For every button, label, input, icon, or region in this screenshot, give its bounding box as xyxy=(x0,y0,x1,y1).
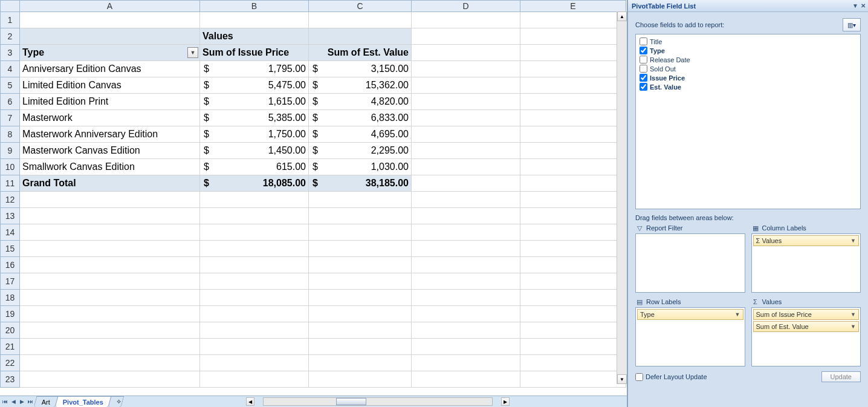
table-row[interactable]: $4,820.00 xyxy=(309,94,412,110)
table-row[interactable]: $2,295.00 xyxy=(309,143,412,159)
grid[interactable]: A B C D E 1 2 Values 3 Type ▼ Sum of Iss… xyxy=(0,0,626,388)
table-row[interactable]: $6,833.00 xyxy=(309,110,412,126)
field-checkbox[interactable] xyxy=(640,37,647,45)
cell-A2[interactable] xyxy=(20,28,200,45)
row-header[interactable]: 20 xyxy=(1,322,20,339)
table-row[interactable]: $1,615.00 xyxy=(200,94,309,110)
values-area[interactable]: Sum of Issue Price▼ Sum of Est. Value▼ xyxy=(751,307,861,366)
chevron-down-icon[interactable]: ▼ xyxy=(850,324,856,330)
table-row[interactable]: Limited Edition Canvas xyxy=(20,77,200,94)
close-icon[interactable]: ✕ xyxy=(861,2,866,9)
row-header[interactable]: 5 xyxy=(1,77,20,94)
cell-A3-type-header[interactable]: Type ▼ xyxy=(20,45,200,61)
defer-layout-checkbox-label[interactable]: Defer Layout Update xyxy=(635,373,707,381)
table-row[interactable]: $1,450.00 xyxy=(200,143,309,159)
defer-layout-checkbox[interactable] xyxy=(635,373,643,381)
row-header[interactable]: 12 xyxy=(1,192,20,208)
row-header[interactable]: 19 xyxy=(1,306,20,322)
row-header[interactable]: 9 xyxy=(1,143,20,159)
grand-total-label[interactable]: Grand Total xyxy=(20,175,200,192)
row-header[interactable]: 22 xyxy=(1,355,20,371)
field-checkbox[interactable] xyxy=(640,65,647,73)
sheet-tab-pivot-tables[interactable]: Pivot_Tables xyxy=(55,396,112,407)
field-list[interactable]: Title Type Release Date Sold Out Issue P… xyxy=(635,34,861,209)
field-checkbox[interactable] xyxy=(640,56,647,63)
field-item-issue-price[interactable]: Issue Price xyxy=(640,73,857,82)
table-row[interactable]: $15,362.00 xyxy=(309,77,412,94)
table-row[interactable]: $4,695.00 xyxy=(309,126,412,143)
row-header[interactable]: 18 xyxy=(1,290,20,306)
table-row[interactable]: $3,150.00 xyxy=(309,61,412,77)
chevron-down-icon[interactable]: ▼ xyxy=(850,311,856,317)
field-item-sold-out[interactable]: Sold Out xyxy=(640,64,857,73)
field-item-est-value[interactable]: Est. Value xyxy=(640,82,857,91)
row-header[interactable]: 7 xyxy=(1,110,20,126)
type-filter-dropdown[interactable]: ▼ xyxy=(187,47,198,58)
row-header[interactable]: 21 xyxy=(1,339,20,355)
field-checkbox[interactable] xyxy=(640,83,647,91)
new-sheet-tab[interactable]: ✧ xyxy=(108,396,125,407)
table-row[interactable]: $615.00 xyxy=(200,159,309,175)
table-row[interactable]: $5,385.00 xyxy=(200,110,309,126)
vertical-scrollbar[interactable]: ▲ ▼ xyxy=(617,11,627,384)
select-all-corner[interactable] xyxy=(1,1,20,12)
row-header[interactable]: 2 xyxy=(1,28,20,45)
tab-last-icon[interactable]: ⏭ xyxy=(27,398,34,405)
cell-C2[interactable] xyxy=(309,28,412,45)
scroll-track[interactable] xyxy=(263,397,493,406)
cell-B2[interactable]: Values xyxy=(200,28,309,45)
field-item-release-date[interactable]: Release Date xyxy=(640,55,857,64)
table-row[interactable]: Anniversary Edition Canvas xyxy=(20,61,200,77)
scroll-thumb[interactable] xyxy=(617,21,627,374)
chip-type[interactable]: Type▼ xyxy=(637,309,743,320)
row-header[interactable]: 3 xyxy=(1,45,20,61)
table-row[interactable]: Limited Edition Print xyxy=(20,94,200,110)
col-header-A[interactable]: A xyxy=(20,1,200,12)
table-row[interactable]: Masterwork Anniversary Edition xyxy=(20,126,200,143)
chip-sum-issue-price[interactable]: Sum of Issue Price▼ xyxy=(753,309,860,320)
chip-sum-est-value[interactable]: Sum of Est. Value▼ xyxy=(753,321,860,332)
table-row[interactable]: Masterwork Canvas Edition xyxy=(20,143,200,159)
pane-title-bar[interactable]: PivotTable Field List ▼ ✕ xyxy=(628,0,868,12)
row-header[interactable]: 14 xyxy=(1,224,20,241)
field-item-title[interactable]: Title xyxy=(640,37,857,46)
row-labels-area[interactable]: Type▼ xyxy=(635,307,745,366)
grand-total-b[interactable]: $18,085.00 xyxy=(200,175,309,192)
row-header[interactable]: 8 xyxy=(1,126,20,143)
cell-B3[interactable]: Sum of Issue Price xyxy=(200,45,309,61)
row-header[interactable]: 13 xyxy=(1,208,20,224)
field-checkbox[interactable] xyxy=(640,74,647,82)
row-header[interactable]: 23 xyxy=(1,371,20,388)
chevron-down-icon[interactable]: ▼ xyxy=(735,311,740,317)
layout-options-button[interactable]: ▥▾ xyxy=(843,18,861,31)
scroll-up-button[interactable]: ▲ xyxy=(617,11,627,21)
scroll-left-button[interactable]: ◀ xyxy=(246,397,254,406)
col-header-B[interactable]: B xyxy=(200,1,309,12)
scroll-thumb[interactable] xyxy=(336,398,366,405)
col-header-D[interactable]: D xyxy=(412,1,520,12)
row-header[interactable]: 11 xyxy=(1,175,20,192)
scroll-right-button[interactable]: ▶ xyxy=(501,397,510,406)
col-header-E[interactable]: E xyxy=(520,1,626,12)
row-header[interactable]: 6 xyxy=(1,94,20,110)
table-row[interactable]: Masterwork xyxy=(20,110,200,126)
row-header[interactable]: 17 xyxy=(1,273,20,290)
scroll-down-button[interactable]: ▼ xyxy=(617,374,627,384)
table-row[interactable]: $1,795.00 xyxy=(200,61,309,77)
update-button[interactable]: Update xyxy=(821,371,861,382)
row-header[interactable]: 4 xyxy=(1,61,20,77)
cell-C3[interactable]: Sum of Est. Value xyxy=(309,45,412,61)
col-header-C[interactable]: C xyxy=(309,1,412,12)
tab-first-icon[interactable]: ⏮ xyxy=(1,398,8,405)
chip-values[interactable]: Σ Values▼ xyxy=(753,235,860,246)
grand-total-c[interactable]: $38,185.00 xyxy=(309,175,412,192)
horizontal-scrollbar[interactable]: ◀ ▶ xyxy=(128,396,627,407)
row-header[interactable]: 16 xyxy=(1,257,20,273)
chevron-down-icon[interactable]: ▼ xyxy=(852,2,858,9)
tab-prev-icon[interactable]: ◀ xyxy=(10,398,17,405)
table-row[interactable]: $1,030.00 xyxy=(309,159,412,175)
row-header[interactable]: 10 xyxy=(1,159,20,175)
row-header[interactable]: 15 xyxy=(1,241,20,257)
tab-next-icon[interactable]: ▶ xyxy=(18,398,25,405)
table-row[interactable]: Smallwork Canvas Edition xyxy=(20,159,200,175)
